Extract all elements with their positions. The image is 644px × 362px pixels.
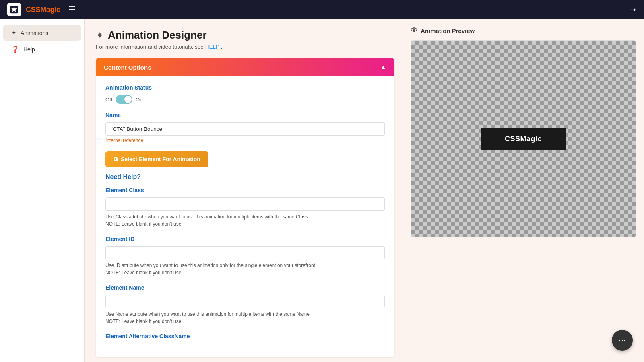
animation-preview-area: CSSMagic (411, 40, 636, 237)
element-id-label: Element ID (105, 236, 385, 242)
logo-icon (7, 3, 21, 16)
sidebar-item-label: Help (23, 46, 35, 53)
content-options-box: Content Options ▲ Animation Status Off O… (96, 58, 394, 357)
element-id-section: Element ID Use ID attribute when you wan… (105, 236, 385, 276)
sidebar-item-animations[interactable]: ✦ Animations (3, 25, 81, 41)
sidebar: ✦ Animations ❓ Help (0, 19, 85, 362)
page-header: ✦ Animation Designer (96, 29, 394, 41)
content-options-title: Content Options (104, 64, 151, 71)
main-content: ✦ Animation Designer For more informatio… (85, 19, 402, 362)
page-subtitle: For more information and video tutorials… (96, 44, 394, 50)
element-class-input[interactable] (105, 197, 385, 211)
element-class-label: Element Class (105, 187, 385, 193)
topnav-left: CSSMagic ☰ (7, 3, 76, 16)
sidebar-item-help[interactable]: ❓ Help (3, 41, 81, 57)
animations-icon: ✦ (11, 29, 17, 37)
layout: ✦ Animations ❓ Help ✦ Animation Designer… (0, 19, 644, 362)
content-options-body: Animation Status Off On Name Internal r (96, 76, 394, 357)
help-icon: ❓ (11, 45, 19, 53)
toggle-on-label: On (136, 97, 142, 103)
name-input[interactable] (105, 122, 385, 136)
name-label: Name (105, 112, 385, 118)
chevron-up-icon[interactable]: ▲ (380, 64, 386, 71)
element-name-hint: Use Name attribute when you want to use … (105, 311, 385, 325)
element-id-input[interactable] (105, 246, 385, 259)
select-element-button[interactable]: ⧉ Select Element For Animation (105, 151, 208, 167)
animation-status-label: Animation Status (105, 84, 385, 91)
element-alt-classname-section: Element Alternative ClassName (105, 333, 385, 339)
chat-bubble-button[interactable]: ··· (612, 330, 633, 351)
name-section: Name Internal reference (105, 112, 385, 143)
sidebar-item-label: Animations (21, 30, 48, 36)
hamburger-button[interactable]: ☰ (68, 5, 76, 14)
internal-ref-text: Internal reference (105, 138, 385, 143)
logo-text: CSSMagic (26, 6, 60, 14)
preview-title: Animation Preview (421, 27, 475, 34)
preview-header: 👁 Animation Preview (411, 27, 636, 35)
select-btn-icon: ⧉ (114, 156, 118, 162)
page-title: Animation Designer (108, 29, 207, 41)
animation-toggle[interactable] (116, 95, 132, 104)
wand-icon: ✦ (96, 30, 104, 41)
element-class-hint: Use Class attribute when you want to use… (105, 213, 385, 228)
toggle-row: Off On (105, 95, 385, 104)
content-options-header: Content Options ▲ (96, 58, 394, 76)
need-help-text: Need Help? (105, 173, 385, 181)
element-name-label: Element Name (105, 284, 385, 291)
logout-icon[interactable]: ⇥ (630, 5, 637, 14)
chat-bubble-icon: ··· (619, 335, 626, 346)
eye-icon: 👁 (411, 27, 417, 35)
right-panel: 👁 Animation Preview CSSMagic (402, 19, 644, 362)
preview-button: CSSMagic (481, 128, 566, 150)
toggle-off-label: Off (105, 97, 112, 103)
topnav: CSSMagic ☰ ⇥ (0, 0, 644, 19)
element-alt-classname-label: Element Alternative ClassName (105, 333, 385, 339)
element-name-section: Element Name Use Name attribute when you… (105, 284, 385, 325)
select-btn-label: Select Element For Animation (121, 156, 200, 162)
element-name-input[interactable] (105, 295, 385, 308)
help-link[interactable]: HELP (205, 44, 219, 50)
element-class-section: Element Class Use Class attribute when y… (105, 187, 385, 228)
animation-status-section: Animation Status Off On (105, 84, 385, 104)
element-id-hint: Use ID attribute when you want to use th… (105, 262, 385, 276)
